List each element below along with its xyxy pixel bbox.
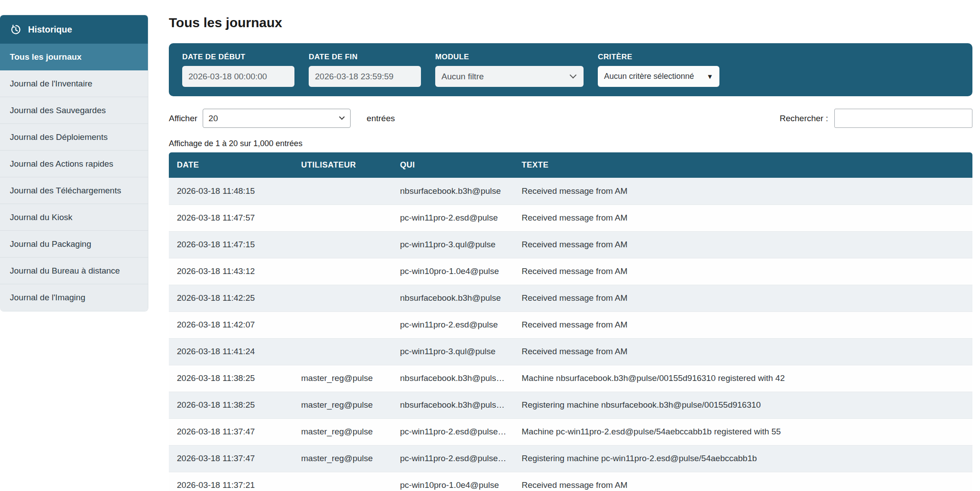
start-date-label: DATE DE DÉBUT [182,53,294,61]
cell-qui: pc-win11pro-3.qul@pulse [392,231,514,258]
table-header-row: DATE UTILISATEUR QUI TEXTE [169,152,972,178]
end-date-label: DATE DE FIN [309,53,421,61]
cell-qui: pc-win11pro-2.esd@pulse [392,205,514,231]
sidebar-nav: Tous les journaux Journal de l'Inventair… [0,44,148,311]
table-row: 2026-03-18 11:37:47 master_reg@pulse pc-… [169,445,972,472]
start-date-input[interactable] [182,66,294,87]
cell-utilisateur [293,231,392,258]
cell-qui: nbsurfacebook.b3h@pulse [392,285,514,311]
cell-texte: Machine nbsurfacebook.b3h@pulse/00155d91… [514,365,972,392]
cell-qui: pc-win10pro-1.0e4@pulse [392,258,514,285]
module-label: MODULE [435,53,584,61]
search-input[interactable] [834,109,972,128]
cell-date: 2026-03-18 11:47:15 [169,231,293,258]
column-header-utilisateur[interactable]: UTILISATEUR [293,152,392,178]
table-row: 2026-03-18 11:38:25 master_reg@pulse nbs… [169,392,972,418]
cell-texte: Received message from AM [514,338,972,365]
end-date-input[interactable] [309,66,421,87]
table-row: 2026-03-18 11:37:21 pc-win10pro-1.0e4@pu… [169,472,972,491]
cell-qui: nbsurfacebook.b3h@puls… [392,365,514,392]
search-controls: Rechercher : [780,109,972,128]
log-table-container: DATE UTILISATEUR QUI TEXTE 2026-03-18 11… [169,152,972,491]
cell-utilisateur: master_reg@pulse [293,365,392,392]
log-table: DATE UTILISATEUR QUI TEXTE 2026-03-18 11… [169,152,972,491]
table-row: 2026-03-18 11:38:25 master_reg@pulse nbs… [169,365,972,392]
pagination-info: Affichage de 1 à 20 sur 1,000 entrées [169,139,972,148]
sidebar-item-sauvegardes[interactable]: Journal des Sauvegardes [0,97,148,124]
column-header-qui[interactable]: QUI [392,152,514,178]
cell-date: 2026-03-18 11:38:25 [169,392,293,418]
cell-utilisateur [293,285,392,311]
sidebar-item-packaging[interactable]: Journal du Packaging [0,231,148,258]
cell-qui: nbsurfacebook.b3h@puls… [392,392,514,418]
cell-date: 2026-03-18 11:37:21 [169,472,293,491]
table-row: 2026-03-18 11:47:15 pc-win11pro-3.qul@pu… [169,231,972,258]
cell-date: 2026-03-18 11:42:25 [169,285,293,311]
filter-end-date: DATE DE FIN [309,53,421,87]
sidebar-item-inventaire[interactable]: Journal de l'Inventaire [0,70,148,97]
table-controls: Afficher 20 entrées Rechercher : [169,109,972,128]
cell-utilisateur: master_reg@pulse [293,392,392,418]
table-row: 2026-03-18 11:47:57 pc-win11pro-2.esd@pu… [169,205,972,231]
cell-texte: Received message from AM [514,178,972,205]
cell-texte: Received message from AM [514,205,972,231]
sidebar-item-actions-rapides[interactable]: Journal des Actions rapides [0,151,148,177]
module-select[interactable]: Aucun filtre [435,66,584,87]
sidebar-item-kiosk[interactable]: Journal du Kiosk [0,204,148,231]
page-size-controls: Afficher 20 entrées [169,109,395,128]
cell-date: 2026-03-18 11:41:24 [169,338,293,365]
cell-texte: Received message from AM [514,231,972,258]
cell-texte: Machine pc-win11pro-2.esd@pulse/54aebcca… [514,418,972,445]
cell-texte: Registering machine pc-win11pro-2.esd@pu… [514,445,972,472]
table-row: 2026-03-18 11:43:12 pc-win10pro-1.0e4@pu… [169,258,972,285]
sidebar-item-telechargements[interactable]: Journal des Téléchargements [0,177,148,204]
criteria-dropdown-button[interactable]: Aucun critère sélectionné ▼ [598,66,719,87]
history-icon [10,24,22,36]
table-row: 2026-03-18 11:41:24 pc-win11pro-3.qul@pu… [169,338,972,365]
column-header-date[interactable]: DATE [169,152,293,178]
cell-date: 2026-03-18 11:37:47 [169,418,293,445]
cell-texte: Registering machine nbsurfacebook.b3h@pu… [514,392,972,418]
main-content: Tous les journaux DATE DE DÉBUT DATE DE … [148,0,980,491]
page-title: Tous les journaux [169,15,972,31]
cell-utilisateur [293,205,392,231]
table-row: 2026-03-18 11:37:47 master_reg@pulse pc-… [169,418,972,445]
filter-criteria: CRITÈRE Aucun critère sélectionné ▼ [598,53,719,87]
cell-date: 2026-03-18 11:48:15 [169,178,293,205]
filter-module: MODULE Aucun filtre [435,53,584,87]
filter-panel: DATE DE DÉBUT DATE DE FIN MODULE Aucun f… [169,43,972,96]
cell-date: 2026-03-18 11:43:12 [169,258,293,285]
search-label: Rechercher : [780,114,828,123]
page-size-select[interactable]: 20 [203,109,351,128]
sidebar: Historique Tous les journaux Journal de … [0,15,148,311]
cell-qui: pc-win11pro-2.esd@pulse… [392,418,514,445]
table-row: 2026-03-18 11:42:25 nbsurfacebook.b3h@pu… [169,285,972,311]
cell-utilisateur: master_reg@pulse [293,418,392,445]
sidebar-header-historique[interactable]: Historique [0,15,148,44]
cell-qui: nbsurfacebook.b3h@pulse [392,178,514,205]
table-row: 2026-03-18 11:48:15 nbsurfacebook.b3h@pu… [169,178,972,205]
sidebar-item-tous-les-journaux[interactable]: Tous les journaux [0,44,148,70]
criteria-selected-value: Aucun critère sélectionné [604,72,694,81]
cell-texte: Received message from AM [514,258,972,285]
cell-date: 2026-03-18 11:38:25 [169,365,293,392]
sidebar-item-deploiements[interactable]: Journal des Déploiements [0,124,148,151]
cell-texte: Received message from AM [514,311,972,338]
cell-qui: pc-win11pro-2.esd@pulse… [392,445,514,472]
sidebar-item-imaging[interactable]: Journal de l'Imaging [0,284,148,311]
sidebar-header-label: Historique [28,25,72,35]
cell-utilisateur: master_reg@pulse [293,445,392,472]
cell-utilisateur [293,258,392,285]
dropdown-arrow-icon: ▼ [706,73,713,80]
cell-texte: Received message from AM [514,472,972,491]
cell-qui: pc-win10pro-1.0e4@pulse [392,472,514,491]
table-row: 2026-03-18 11:42:07 pc-win11pro-2.esd@pu… [169,311,972,338]
column-header-texte[interactable]: TEXTE [514,152,972,178]
cell-date: 2026-03-18 11:47:57 [169,205,293,231]
criteria-label: CRITÈRE [598,53,719,61]
cell-utilisateur [293,338,392,365]
sidebar-item-bureau-distance[interactable]: Journal du Bureau à distance [0,258,148,284]
filter-start-date: DATE DE DÉBUT [182,53,294,87]
page: Historique Tous les journaux Journal de … [0,0,980,491]
show-label: Afficher [169,114,197,123]
